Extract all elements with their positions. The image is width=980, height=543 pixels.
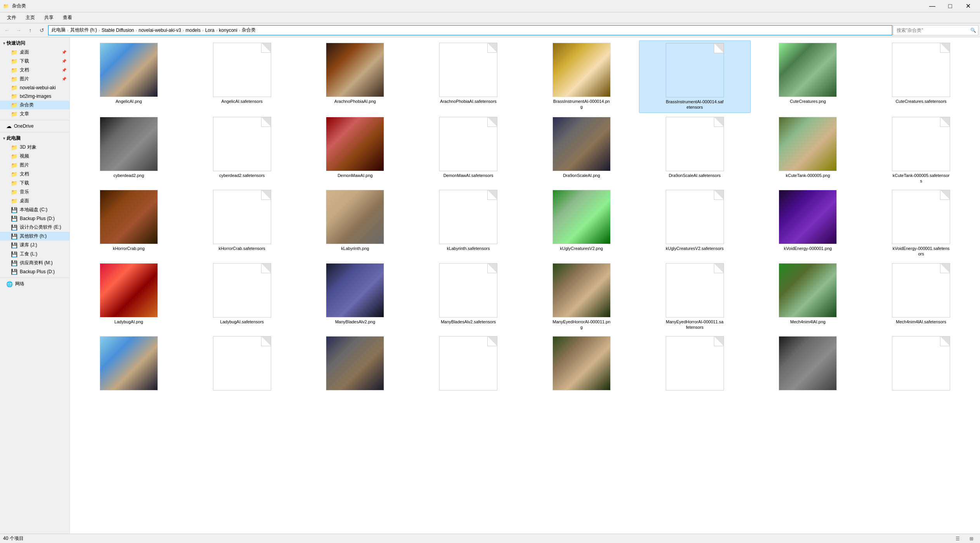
detail-view-button[interactable]: ☰ <box>952 533 963 543</box>
file-item[interactable] <box>865 334 977 394</box>
file-item[interactable] <box>752 334 864 394</box>
file-item[interactable]: kCuteTank-000005.png <box>752 114 864 186</box>
file-item[interactable]: kHorrorCrab.png <box>73 187 185 259</box>
sidebar-item-d1[interactable]: 💾 Backup Plus (D:) <box>0 214 69 223</box>
file-item[interactable]: ArachnoPhobiaAI.safetensors <box>412 40 524 113</box>
ribbon-tab-view[interactable]: 查看 <box>59 13 76 23</box>
file-thumbnail-blank <box>666 190 724 244</box>
file-item[interactable]: ArachnoPhobiaAI.png <box>300 40 411 113</box>
file-item[interactable] <box>412 334 524 394</box>
file-item[interactable]: kUglyCreaturesV2.png <box>526 187 637 259</box>
addr-konyconi[interactable]: konyconi <box>219 28 237 33</box>
file-item[interactable]: LadybugAI.safetensors <box>186 261 298 333</box>
sidebar-item-e[interactable]: 💾 设计办公类软件 (E:) <box>0 223 69 232</box>
maximize-button[interactable]: □ <box>941 0 959 12</box>
file-item[interactable] <box>300 334 411 394</box>
ribbon-tab-home[interactable]: 主页 <box>22 13 39 23</box>
file-name: kLabyrinth.safetensors <box>447 246 490 251</box>
addr-sd[interactable]: Stable Diffusion <box>102 28 134 33</box>
file-item[interactable]: CuteCreatures.safetensors <box>865 40 977 113</box>
file-item[interactable]: Mech4nim4lAI.safetensors <box>865 261 977 333</box>
search-input[interactable] <box>893 25 978 35</box>
file-thumbnail <box>326 336 384 390</box>
sidebar-item-h[interactable]: 💾 其他软件 (h:) <box>0 232 69 241</box>
sidebar-item-network[interactable]: 🌐 网络 <box>0 279 69 288</box>
file-thumbnail <box>552 263 611 317</box>
sidebar-item-m[interactable]: 💾 供应商资料 (M:) <box>0 258 69 267</box>
file-item[interactable]: kLabyrinth.safetensors <box>412 187 524 259</box>
file-item[interactable] <box>526 334 637 394</box>
file-item[interactable]: kUglyCreaturesV2.safetensors <box>639 187 751 259</box>
sidebar-item-3dobjects[interactable]: 📁 3D 对象 <box>0 143 69 152</box>
addr-lora[interactable]: Lora <box>205 28 215 33</box>
file-item[interactable]: kCuteTank-000005.safetensors <box>865 114 977 186</box>
sidebar-item-docs[interactable]: 📁 文档 <box>0 170 69 179</box>
file-item[interactable]: ManyBladesAlv2.png <box>300 261 411 333</box>
file-item[interactable] <box>73 334 185 394</box>
sidebar-item-music[interactable]: 📁 音乐 <box>0 187 69 196</box>
sidebar-item-downloads[interactable]: 📁 下载 📌 <box>0 57 69 66</box>
sidebar-item-dsk[interactable]: 📁 桌面 <box>0 196 69 205</box>
file-item[interactable]: LadybugAI.png <box>73 261 185 333</box>
file-item[interactable]: ManyBladesAlv2.safetensors <box>412 261 524 333</box>
sidebar-group-quickaccess[interactable]: ▾ 快速访问 <box>0 39 69 48</box>
file-item[interactable]: kHorrorCrab.safetensors <box>186 187 298 259</box>
folder-icon: 📁 <box>11 153 17 160</box>
search-icon: 🔍 <box>970 28 976 33</box>
close-button[interactable]: ✕ <box>959 0 977 12</box>
file-item[interactable] <box>639 334 751 394</box>
sidebar-item-txt2img[interactable]: 📁 txt2img-images <box>0 92 69 101</box>
sidebar-item-documents[interactable]: 📁 文档 📌 <box>0 66 69 75</box>
file-name: kHorrorCrab.png <box>113 246 145 251</box>
file-item[interactable]: Mech4nim4lAI.png <box>752 261 864 333</box>
addr-thispc[interactable]: 此电脑 <box>52 27 66 33</box>
file-item[interactable]: DemonMawAI.png <box>300 114 411 186</box>
sidebar-item-desktop[interactable]: 📁 桌面 📌 <box>0 48 69 57</box>
file-item[interactable]: Dra9onScaleAI.safetensors <box>639 114 751 186</box>
sidebar-item-l[interactable]: 💾 工食 (L:) <box>0 250 69 258</box>
file-item[interactable]: ManyEyedHorrorAI-000011.png <box>526 261 637 333</box>
file-item[interactable]: kVoidEnergy-000001.safetensors <box>865 187 977 259</box>
title-bar-controls: — □ ✕ <box>923 0 977 12</box>
sidebar-item-wenzhang[interactable]: 📁 文章 <box>0 109 69 118</box>
forward-button[interactable]: → <box>13 25 24 36</box>
file-item[interactable]: kVoidEnergy-000001.png <box>752 187 864 259</box>
sidebar-item-onedrive[interactable]: ☁ OneDrive <box>0 122 69 130</box>
up-button[interactable]: ↑ <box>25 25 36 36</box>
file-item[interactable]: ManyEyedHorrorAI-000011.safetensors <box>639 261 751 333</box>
file-item[interactable] <box>186 334 298 394</box>
file-item[interactable]: AngelicAI.png <box>73 40 185 113</box>
sidebar-item-d2[interactable]: 💾 Backup Plus (D:) <box>0 267 69 276</box>
sidebar-item-videos[interactable]: 📁 视频 <box>0 152 69 161</box>
sidebar-item-dl[interactable]: 📁 下载 <box>0 179 69 187</box>
back-button[interactable]: ← <box>2 25 12 36</box>
address-bar[interactable]: 此电脑 › 其他软件 (h:) › Stable Diffusion › nov… <box>48 25 892 35</box>
addr-current[interactable]: 杂合类 <box>242 27 256 33</box>
sidebar-item-j[interactable]: 💾 课库 (J:) <box>0 241 69 250</box>
file-item[interactable]: Dra9onScaleAI.png <box>526 114 637 186</box>
addr-models[interactable]: models <box>185 28 201 33</box>
drive-icon: 💾 <box>11 269 17 275</box>
sidebar-item-zaheli[interactable]: 📁 杂合类 <box>0 101 69 109</box>
ribbon-tab-share[interactable]: 共享 <box>40 13 57 23</box>
file-item[interactable]: BrassInstrumentAI-000014.png <box>526 40 637 113</box>
file-item[interactable]: CuteCreatures.png <box>752 40 864 113</box>
sidebar-group-thispc[interactable]: ▾ 此电脑 <box>0 134 69 143</box>
refresh-button[interactable]: ↺ <box>36 25 47 36</box>
file-item[interactable]: kLabyrinth.png <box>300 187 411 259</box>
ribbon-tab-file[interactable]: 文件 <box>3 13 20 23</box>
sidebar-item-pics[interactable]: 📁 图片 <box>0 161 69 170</box>
addr-drive[interactable]: 其他软件 (h:) <box>70 27 97 33</box>
file-item[interactable]: AngelicAI.safetensors <box>186 40 298 113</box>
sidebar-item-pictures[interactable]: 📁 图片 📌 <box>0 75 69 83</box>
file-item[interactable]: DemonMawAI.safetensors <box>412 114 524 186</box>
file-item[interactable]: cyberdead2.png <box>73 114 185 186</box>
sidebar-item-c[interactable]: 💾 本地磁盘 (C:) <box>0 205 69 214</box>
file-thumbnail <box>100 117 158 171</box>
sidebar-item-novelai[interactable]: 📁 novelai-webui-aki <box>0 83 69 92</box>
file-item[interactable]: BrassInstrumentAI-000014.safetensors <box>639 40 751 113</box>
minimize-button[interactable]: — <box>923 0 941 12</box>
file-item[interactable]: cyberdead2.safetensors <box>186 114 298 186</box>
addr-webui[interactable]: novelai-webui-aki-v3 <box>139 28 181 33</box>
icon-view-button[interactable]: ⊞ <box>966 533 977 543</box>
